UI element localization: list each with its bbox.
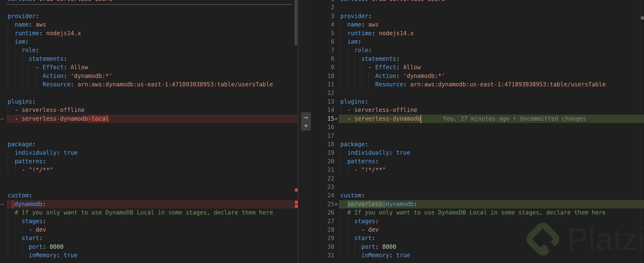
code-line[interactable] (0, 174, 298, 183)
indent-guide (8, 55, 8, 63)
code-line[interactable]: 12 (298, 89, 644, 97)
code-line[interactable]: patterns: (0, 157, 298, 166)
deleted-line-marker (0, 29, 7, 38)
code-line[interactable]: inMemory: true (0, 251, 298, 260)
indent-guide (340, 29, 340, 38)
code-line[interactable]: 20 patterns: (298, 157, 644, 166)
left-scrollbar-thumb[interactable] (294, 0, 297, 45)
code-text: # If you only want to use DynamoDB Local… (339, 209, 644, 217)
code-line[interactable]: 10 Action: 'dynamodb:*' (298, 72, 644, 80)
token (12, 200, 14, 209)
code-line[interactable]: — - serverless-dynamodb-local (0, 115, 298, 123)
revert-arrow-icon[interactable]: → (304, 113, 308, 121)
code-line[interactable]: 29 start: (298, 234, 644, 243)
code-text: provider: (339, 12, 644, 20)
code-line[interactable]: 17 (298, 132, 644, 140)
code-line[interactable]: 25+ serverless-dynamodb: (298, 200, 644, 209)
code-line[interactable]: 2 (298, 3, 644, 12)
token: : (64, 55, 67, 62)
code-line[interactable]: 11 Resource: arn:aws:dynamodb:us-east-1:… (298, 80, 644, 89)
diff-action-button[interactable]: → + (301, 112, 311, 131)
code-line[interactable]: 30 port: 8000 (298, 243, 644, 251)
code-line[interactable]: start: (0, 234, 298, 243)
code-line[interactable]: port: 8000 (0, 243, 298, 251)
code-line[interactable]: 6 iam: (298, 38, 644, 46)
code-line[interactable] (0, 89, 298, 97)
token: : (361, 192, 365, 199)
code-line[interactable]: 13plugins: (298, 97, 644, 106)
code-line[interactable]: name: aws (0, 20, 298, 29)
code-line[interactable]: 3provider: (298, 12, 644, 20)
code-line[interactable]: Resource: arn:aws:dynamodb:us-east-1:471… (0, 80, 298, 89)
code-line[interactable]: package: (0, 140, 298, 149)
code-line[interactable]: - "!*/**" (0, 166, 298, 174)
added-line-marker (334, 20, 339, 29)
code-line[interactable]: - serverless-offline (0, 106, 298, 114)
code-line[interactable]: 19 individually: true (298, 149, 644, 157)
code-line[interactable]: 7 role: (298, 46, 644, 54)
code-line[interactable]: stages: (0, 217, 298, 226)
code-line[interactable]: — dynamodb: (0, 200, 298, 209)
deleted-line-marker (0, 251, 7, 260)
code-line[interactable]: individually: true (0, 149, 298, 157)
right-scrollbar-thumb[interactable] (641, 16, 644, 19)
code-line[interactable]: - Effect: Allow (0, 63, 298, 72)
stage-plus-icon[interactable]: + (304, 121, 308, 130)
code-line[interactable]: 9 - Effect: Allow (298, 63, 644, 72)
code-line[interactable]: 28 - dev (298, 226, 644, 234)
indent-guide (340, 80, 340, 89)
token: - (8, 107, 22, 113)
code-line[interactable]: 26 # If you only want to use DynamoDB Lo… (298, 209, 644, 217)
indent-guide (340, 46, 340, 54)
code-line[interactable]: 14 - serverless-offline (298, 106, 644, 114)
code-line[interactable]: 15+ - serverless-dynamodbYou, 27 minutes… (298, 115, 644, 123)
code-line[interactable]: runtime: nodejs14.x (0, 29, 298, 38)
code-line[interactable]: 24custom: (298, 191, 644, 200)
code-line[interactable]: - dev (0, 226, 298, 234)
deleted-line-marker (0, 80, 7, 89)
code-line[interactable] (298, 260, 644, 263)
code-line[interactable] (0, 183, 298, 191)
code-line[interactable]: role: (0, 46, 298, 54)
deleted-line-marker (0, 183, 7, 191)
token: true (396, 252, 410, 259)
code-line[interactable]: Action: 'dynamodb:*' (0, 72, 298, 80)
token (340, 201, 347, 208)
code-line[interactable]: custom: (0, 191, 298, 200)
code-line[interactable]: 31 inMemory: true (298, 251, 644, 260)
code-line[interactable]: 23 (298, 183, 644, 191)
token: provider (8, 13, 36, 19)
token: serverless-dynamodb (22, 115, 88, 122)
diff-sash[interactable] (298, 0, 298, 263)
code-line[interactable]: 21 - "!*/**" (298, 166, 644, 174)
indent-guide (340, 200, 340, 209)
indent-guide (340, 115, 340, 123)
original-editor[interactable]: service: crud-serverless-usersprovider: … (0, 0, 298, 263)
code-text (339, 260, 644, 263)
token: : (56, 252, 64, 259)
code-line[interactable] (0, 132, 298, 140)
code-line[interactable]: 1service: crud-serverless-users (298, 0, 644, 3)
code-line[interactable]: 8 statements: (298, 55, 644, 63)
code-text: individually: true (339, 149, 644, 157)
code-line[interactable]: 5 runtime: nodejs14.x (298, 29, 644, 38)
code-line[interactable] (0, 123, 298, 131)
code-line[interactable] (0, 260, 298, 263)
code-line[interactable]: statements: (0, 55, 298, 63)
overview-ruler-removed-mark (295, 205, 298, 208)
code-line[interactable]: 4 name: aws (298, 20, 644, 29)
code-line[interactable]: 18package: (298, 140, 644, 149)
code-line[interactable]: # If you only want to use DynamoDB Local… (0, 209, 298, 217)
code-line[interactable]: 22 (298, 174, 644, 183)
token: : (39, 235, 42, 242)
code-line[interactable]: provider: (0, 12, 298, 20)
code-line[interactable]: 27 stages: (298, 217, 644, 226)
modified-editor[interactable]: 1service: crud-serverless-users23provide… (298, 0, 644, 263)
code-text (7, 174, 298, 183)
code-line[interactable]: iam: (0, 38, 298, 46)
code-line[interactable]: 16 (298, 123, 644, 131)
token: plugins (8, 98, 32, 105)
code-line[interactable]: plugins: (0, 97, 298, 106)
deleted-line-marker (0, 166, 7, 174)
code-line[interactable]: service: crud-serverless-users (0, 0, 298, 3)
